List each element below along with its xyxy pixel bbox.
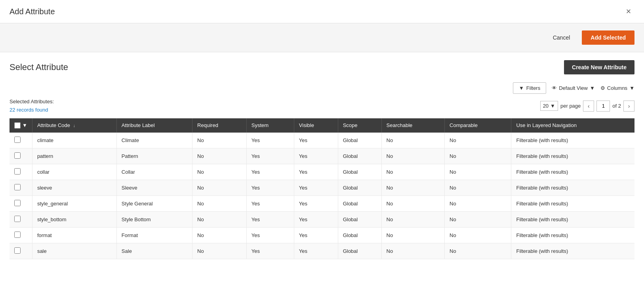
cell-comparable: No (445, 196, 511, 211)
cell-visible: Yes (294, 196, 338, 211)
select-all-checkbox[interactable] (14, 122, 21, 129)
cell-attribute_code[interactable]: pattern (32, 148, 116, 164)
attributes-table: ▼ Attribute Code ↓ Attribute Label Requi… (10, 118, 634, 259)
filter-icon: ▼ (519, 85, 524, 91)
modal-header: Add Attribute × (0, 0, 644, 23)
cell-visible: Yes (294, 148, 338, 164)
col-visible: Visible (294, 118, 338, 133)
cell-attribute_label[interactable]: Climate (116, 133, 192, 148)
row-checkbox[interactable] (14, 200, 21, 206)
cell-searchable: No (381, 180, 445, 196)
cell-attribute_code[interactable]: climate (32, 133, 116, 148)
next-page-button[interactable]: › (623, 101, 634, 112)
cell-scope: Global (338, 148, 381, 164)
row-checkbox-cell (10, 243, 32, 259)
row-checkbox-cell (10, 164, 32, 180)
cell-attribute_label[interactable]: Pattern (116, 148, 192, 164)
table-row: formatFormatNoYesYesGlobalNoNoFilterable… (10, 227, 634, 243)
table-row: patternPatternNoYesYesGlobalNoNoFilterab… (10, 148, 634, 164)
cell-attribute_label[interactable]: Collar (116, 164, 192, 180)
view-label: Default View (559, 85, 588, 91)
filters-button[interactable]: ▼ Filters (513, 82, 546, 94)
filters-label: Filters (526, 85, 540, 91)
chevron-down-icon: ▼ (590, 85, 595, 91)
row-checkbox[interactable] (14, 168, 21, 175)
cell-scope: Global (338, 211, 381, 227)
cell-comparable: No (445, 243, 511, 259)
add-selected-button[interactable]: Add Selected (582, 30, 634, 45)
cell-system: Yes (246, 180, 294, 196)
eye-icon: 👁 (552, 85, 557, 91)
cell-required: No (192, 148, 247, 164)
cell-scope: Global (338, 133, 381, 148)
cell-attribute_code[interactable]: style_general (32, 196, 116, 211)
cell-scope: Global (338, 164, 381, 180)
cell-required: No (192, 227, 247, 243)
col-system: System (246, 118, 294, 133)
cell-use_in_layered_nav: Filterable (with results) (511, 180, 634, 196)
row-checkbox[interactable] (14, 152, 21, 159)
cell-attribute_code[interactable]: sale (32, 243, 116, 259)
cell-attribute_code[interactable]: style_bottom (32, 211, 116, 227)
row-checkbox[interactable] (14, 184, 21, 190)
cell-searchable: No (381, 196, 445, 211)
table-row: saleSaleNoYesYesGlobalNoNoFilterable (wi… (10, 243, 634, 259)
cell-comparable: No (445, 180, 511, 196)
cell-visible: Yes (294, 227, 338, 243)
cell-attribute_label[interactable]: Style General (116, 196, 192, 211)
cell-system: Yes (246, 164, 294, 180)
cell-visible: Yes (294, 164, 338, 180)
cell-required: No (192, 211, 247, 227)
col-attribute-label: Attribute Label (116, 118, 192, 133)
cell-visible: Yes (294, 133, 338, 148)
prev-page-button[interactable]: ‹ (583, 101, 594, 112)
col-use-in-layered-nav: Use in Layered Navigation (511, 118, 634, 133)
header-dropdown-icon: ▼ (22, 122, 27, 128)
cell-attribute_code[interactable]: sleeve (32, 180, 116, 196)
row-checkbox[interactable] (14, 137, 21, 143)
table-row: collarCollarNoYesYesGlobalNoNoFilterable… (10, 164, 634, 180)
cell-system: Yes (246, 196, 294, 211)
row-checkbox[interactable] (14, 247, 21, 254)
cell-comparable: No (445, 164, 511, 180)
cell-attribute_label[interactable]: Style Bottom (116, 211, 192, 227)
col-required: Required (192, 118, 247, 133)
cell-searchable: No (381, 227, 445, 243)
grid-meta: Selected Attributes: 22 records found 20… (10, 98, 634, 114)
gear-icon: ⚙ (600, 85, 605, 91)
col-searchable: Searchable (381, 118, 445, 133)
view-selector[interactable]: 👁 Default View ▼ (552, 85, 595, 91)
section-header: Select Attribute Create New Attribute (10, 60, 634, 74)
cell-use_in_layered_nav: Filterable (with results) (511, 211, 634, 227)
table-row: style_bottomStyle BottomNoYesYesGlobalNo… (10, 211, 634, 227)
cell-searchable: No (381, 243, 445, 259)
cell-attribute_label[interactable]: Sale (116, 243, 192, 259)
per-page-select[interactable]: 20 ▼ (540, 101, 558, 111)
per-page-value: 20 (543, 103, 549, 109)
cell-required: No (192, 196, 247, 211)
cancel-button[interactable]: Cancel (546, 30, 577, 45)
cell-required: No (192, 133, 247, 148)
row-checkbox-cell (10, 148, 32, 164)
cell-scope: Global (338, 227, 381, 243)
cell-attribute_label[interactable]: Sleeve (116, 180, 192, 196)
col-scope: Scope (338, 118, 381, 133)
row-checkbox[interactable] (14, 232, 21, 238)
row-checkbox-cell (10, 211, 32, 227)
columns-label: Columns (607, 85, 627, 91)
col-attribute-code: Attribute Code ↓ (32, 118, 116, 133)
create-new-attribute-button[interactable]: Create New Attribute (564, 60, 634, 74)
close-button[interactable]: × (623, 6, 634, 17)
cell-attribute_code[interactable]: collar (32, 164, 116, 180)
cell-attribute_code[interactable]: format (32, 227, 116, 243)
cell-attribute_label[interactable]: Format (116, 227, 192, 243)
columns-selector[interactable]: ⚙ Columns ▼ (600, 85, 634, 91)
row-checkbox[interactable] (14, 216, 21, 222)
cell-system: Yes (246, 211, 294, 227)
records-found: 22 records found (10, 106, 54, 114)
row-checkbox-cell (10, 227, 32, 243)
cell-required: No (192, 243, 247, 259)
toolbar: Cancel Add Selected (0, 23, 644, 52)
page-number-input[interactable] (596, 101, 610, 112)
per-page-label: per page (560, 103, 581, 109)
